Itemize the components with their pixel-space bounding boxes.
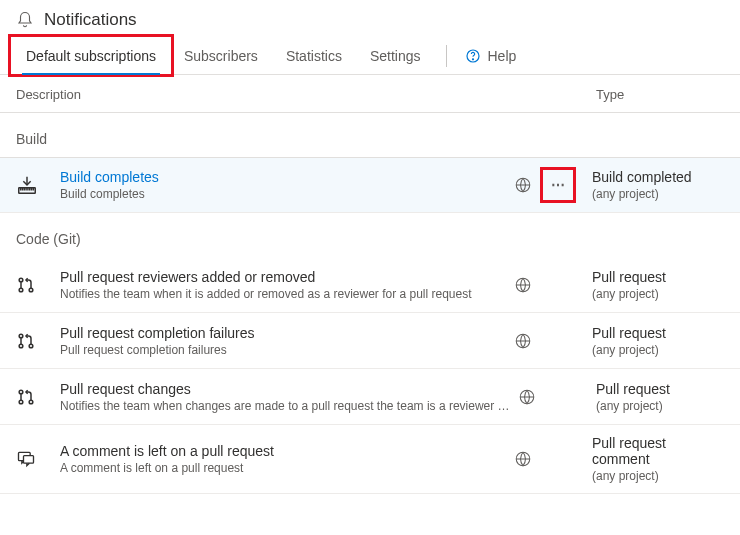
section-code-git-title: Code (Git): [0, 213, 740, 257]
globe-icon: [506, 276, 540, 294]
row-main: A comment is left on a pull request A co…: [48, 443, 506, 475]
svg-point-1: [473, 59, 474, 60]
subscription-row[interactable]: A comment is left on a pull request A co…: [0, 425, 740, 494]
globe-icon: [506, 450, 540, 468]
subscription-row[interactable]: Pull request reviewers added or removed …: [0, 257, 740, 313]
page-header: Notifications: [0, 0, 740, 38]
pull-request-icon: [16, 275, 48, 295]
comment-icon: [16, 449, 48, 469]
row-main: Build completes Build completes: [48, 169, 506, 201]
svg-rect-17: [24, 456, 34, 464]
tab-statistics[interactable]: Statistics: [272, 38, 356, 74]
row-main: Pull request changes Notifies the team w…: [48, 381, 510, 413]
tab-subscribers[interactable]: Subscribers: [170, 38, 272, 74]
type-scope: (any project): [596, 399, 724, 413]
type-title: Pull request: [592, 269, 724, 285]
column-headers: Description Type: [0, 75, 740, 113]
row-type: Pull request (any project): [576, 325, 724, 357]
globe-icon: [510, 388, 544, 406]
column-type: Type: [506, 87, 724, 102]
svg-point-6: [29, 288, 33, 292]
svg-point-13: [19, 400, 23, 404]
subscription-subtitle: Pull request completion failures: [60, 343, 506, 357]
column-description: Description: [16, 87, 506, 102]
subscription-subtitle: A comment is left on a pull request: [60, 461, 506, 475]
bell-icon: [16, 11, 34, 29]
tab-bar: Default subscriptions Subscribers Statis…: [0, 38, 740, 75]
row-type: Pull request (any project): [576, 269, 724, 301]
svg-point-8: [19, 334, 23, 338]
svg-point-4: [19, 278, 23, 282]
globe-icon: [506, 176, 540, 194]
type-title: Pull request comment: [592, 435, 724, 467]
tab-default-subscriptions[interactable]: Default subscriptions: [12, 38, 170, 74]
subscription-subtitle: Notifies the team when changes are made …: [60, 399, 510, 413]
type-scope: (any project): [592, 343, 724, 357]
page-title: Notifications: [44, 10, 137, 30]
pull-request-icon: [16, 331, 48, 351]
subscription-title: Pull request completion failures: [60, 325, 506, 341]
subscription-title: Pull request reviewers added or removed: [60, 269, 506, 285]
subscription-title: A comment is left on a pull request: [60, 443, 506, 459]
build-icon: [16, 174, 48, 196]
help-label: Help: [487, 48, 516, 64]
row-main: Pull request reviewers added or removed …: [48, 269, 506, 301]
subscription-title[interactable]: Build completes: [60, 169, 506, 185]
svg-point-12: [19, 390, 23, 394]
help-link[interactable]: Help: [459, 38, 522, 74]
divider: [446, 45, 447, 67]
row-type: Pull request (any project): [580, 381, 724, 413]
row-type: Pull request comment (any project): [576, 435, 724, 483]
type-title: Build completed: [592, 169, 724, 185]
type-scope: (any project): [592, 469, 724, 483]
svg-point-9: [19, 344, 23, 348]
subscription-subtitle: Build completes: [60, 187, 506, 201]
row-main: Pull request completion failures Pull re…: [48, 325, 506, 357]
svg-point-5: [19, 288, 23, 292]
ellipsis-icon: ⋯: [544, 171, 572, 199]
globe-icon: [506, 332, 540, 350]
tab-settings[interactable]: Settings: [356, 38, 435, 74]
type-title: Pull request: [592, 325, 724, 341]
subscription-row[interactable]: Pull request completion failures Pull re…: [0, 313, 740, 369]
type-scope: (any project): [592, 187, 724, 201]
row-type: Build completed (any project): [576, 169, 724, 201]
pull-request-icon: [16, 387, 48, 407]
section-build-title: Build: [0, 113, 740, 157]
subscription-row[interactable]: Pull request changes Notifies the team w…: [0, 369, 740, 425]
more-actions[interactable]: ⋯: [540, 171, 576, 199]
svg-point-14: [29, 400, 33, 404]
svg-point-10: [29, 344, 33, 348]
subscription-title: Pull request changes: [60, 381, 510, 397]
help-icon: [465, 48, 481, 64]
subscription-subtitle: Notifies the team when it is added or re…: [60, 287, 506, 301]
subscription-row[interactable]: Build completes Build completes ⋯ Build …: [0, 157, 740, 213]
type-title: Pull request: [596, 381, 724, 397]
type-scope: (any project): [592, 287, 724, 301]
